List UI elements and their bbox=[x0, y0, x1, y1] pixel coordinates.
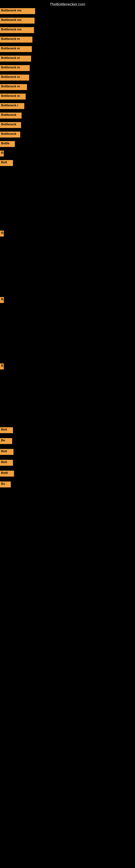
bottleneck-item-3: Bottleneck res bbox=[0, 27, 34, 33]
site-title: TheBottlenecker.com bbox=[50, 2, 85, 6]
bottleneck-item-7: Bottleneck re bbox=[0, 65, 30, 71]
bottleneck-item-20: B bbox=[0, 364, 4, 369]
bottleneck-item-23: Bott bbox=[0, 449, 13, 455]
bottleneck-item-18: B bbox=[0, 230, 4, 237]
bottleneck-item-1: Bottleneck res bbox=[0, 8, 35, 14]
bottleneck-item-9: Bottleneck re bbox=[0, 84, 27, 90]
bottleneck-item-6: Bottleneck re bbox=[0, 56, 31, 62]
bottleneck-item-10: Bottleneck re bbox=[0, 94, 26, 99]
bottleneck-item-26: Bo bbox=[0, 482, 11, 488]
bottleneck-item-15: Bottle bbox=[0, 141, 15, 147]
bottleneck-item-5: Bottleneck re bbox=[0, 46, 32, 52]
bottleneck-item-14: Bottleneck bbox=[0, 131, 20, 137]
bottleneck-item-12: Bottleneck bbox=[0, 113, 21, 119]
bottleneck-item-2: Bottleneck res bbox=[0, 18, 35, 24]
bottleneck-item-16: B bbox=[0, 151, 4, 156]
bottleneck-item-17: Bott bbox=[0, 160, 13, 166]
bottleneck-item-25: Bottl bbox=[0, 471, 14, 476]
bottleneck-item-19: B bbox=[0, 297, 4, 303]
bottleneck-item-4: Bottleneck re bbox=[0, 37, 32, 42]
bottleneck-item-24: Bott bbox=[0, 460, 13, 466]
bottleneck-item-21: Bott bbox=[0, 427, 13, 433]
bottleneck-item-8: Bottleneck re bbox=[0, 74, 29, 81]
bottleneck-item-13: Bottleneck bbox=[0, 122, 21, 128]
bottleneck-item-22: Bo bbox=[0, 438, 12, 444]
bottleneck-item-11: Bottleneck r bbox=[0, 103, 24, 109]
